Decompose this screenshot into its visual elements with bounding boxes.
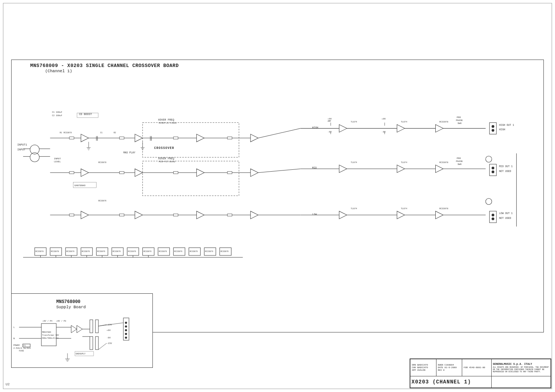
svg-text:RC33078: RC33078: [439, 207, 448, 210]
svg-text:+9V: +9V: [107, 329, 111, 332]
drn-label: DRN BADCCATO: [412, 364, 435, 366]
svg-text:R2: R2: [114, 132, 116, 134]
svg-text:TL074: TL074: [351, 207, 357, 210]
svg-rect-147: [227, 172, 232, 174]
svg-text:RC33076: RC33076: [66, 251, 75, 253]
svg-rect-59: [143, 161, 239, 196]
svg-text:TL074: TL074: [351, 161, 357, 164]
svg-rect-77: [489, 122, 496, 134]
svg-marker-15: [81, 169, 89, 176]
svg-text:PHASE: PHASE: [456, 160, 463, 163]
svg-text:RC33076: RC33076: [97, 251, 105, 253]
svg-text:TL074: TL074: [401, 161, 407, 164]
svg-text:POWER: POWER: [13, 344, 20, 347]
svg-marker-18: [250, 169, 258, 176]
svg-point-88: [492, 214, 494, 216]
svg-point-89: [492, 218, 494, 220]
svg-point-84: [492, 171, 494, 173]
svg-text:TL074: TL074: [351, 121, 357, 123]
svg-text:RC33076: RC33076: [205, 251, 213, 253]
fon-label: FOR 4540-6001-00: [464, 366, 490, 369]
svg-marker-12: [339, 125, 347, 133]
svg-text:Transformer 90V: Transformer 90V: [42, 334, 59, 337]
svg-text:RC33076: RC33076: [82, 251, 90, 253]
svg-rect-140: [69, 137, 74, 139]
svg-rect-143: [227, 137, 232, 139]
svg-text:HIGH: HIGH: [499, 128, 505, 131]
svg-point-203: [125, 322, 127, 324]
svg-text:MID: MID: [312, 166, 317, 169]
rev-label: REV 0: [438, 369, 461, 372]
svg-text:HIGH OUT 1: HIGH OUT 1: [499, 124, 514, 127]
svg-marker-20: [397, 165, 405, 173]
svg-text:GNDSUPLY: GNDSUPLY: [76, 353, 86, 355]
svg-point-168: [486, 156, 492, 162]
svg-marker-28: [435, 211, 443, 219]
svg-text:RC33076: RC33076: [128, 251, 136, 253]
svg-marker-23: [135, 211, 143, 219]
svg-text:PHASE: PHASE: [456, 119, 463, 122]
svg-text:HIGH: HIGH: [312, 126, 318, 129]
chk-label: CHK BADCCATO: [412, 366, 435, 369]
svg-text:RC33076: RC33076: [190, 251, 198, 253]
svg-text:2-5VA/A 5A/9VA: 2-5VA/A 5A/9VA: [13, 347, 31, 350]
svg-text:RC33078: RC33078: [439, 161, 448, 164]
svg-text:XOVER FREQ: XOVER FREQ: [158, 157, 174, 160]
svg-text:L: L: [13, 326, 15, 329]
svg-text:RC33076: RC33076: [174, 251, 182, 253]
svg-text:-9V: -9V: [382, 131, 386, 133]
svg-text:CROSSOVER: CROSSOVER: [154, 146, 174, 150]
svg-point-206: [125, 333, 127, 335]
svg-rect-141: [120, 137, 124, 139]
svg-rect-146: [173, 172, 178, 174]
svg-marker-11: [250, 134, 258, 142]
svg-text:TL074: TL074: [401, 207, 407, 210]
supply-board-area: MNS768000 Supply Board MNS37806 Transfor…: [11, 293, 153, 368]
svg-point-79: [492, 129, 494, 131]
svg-text:MAS PLAY: MAS PLAY: [123, 151, 135, 154]
svg-text:RC33078: RC33078: [35, 251, 44, 253]
svg-text:MID OUT 1: MID OUT 1: [499, 165, 513, 168]
svg-marker-191: [77, 325, 82, 333]
svg-rect-150: [173, 214, 178, 216]
main-schematic-area: MNS768009 - X0203 SINGLE CHANNEL CROSSOV…: [11, 60, 544, 332]
svg-marker-10: [196, 134, 204, 142]
svg-text:R1: R1: [60, 132, 62, 134]
svg-marker-9: [135, 134, 143, 142]
svg-text:RC33076: RC33076: [98, 200, 107, 202]
svg-text:+9V / P4: +9V / P4: [42, 320, 53, 322]
svg-point-204: [125, 326, 127, 328]
svg-text:PRO: PRO: [457, 157, 461, 160]
svg-marker-13: [397, 125, 405, 133]
svg-text:N: N: [13, 337, 15, 340]
svg-line-42: [258, 169, 301, 172]
svg-text:NOT USED: NOT USED: [499, 170, 511, 173]
description: ALL RIGHTS ARE RESERVED. BY PURCHASE, TH…: [493, 366, 549, 373]
svg-text:RC33078: RC33078: [98, 162, 107, 164]
svg-text:LOW OUT 1: LOW OUT 1: [499, 212, 513, 215]
svg-marker-27: [397, 211, 405, 219]
corner-marker-bottom-left: U2: [6, 383, 10, 386]
svg-point-83: [492, 167, 494, 169]
svg-marker-21: [435, 165, 443, 173]
svg-text:CD BOOST: CD BOOST: [79, 113, 92, 116]
page: MNS768009 - X0203 SINGLE CHANNEL CROSSOV…: [0, 0, 555, 392]
svg-text:LOW: LOW: [312, 213, 317, 216]
svg-text:HIGH=+2/+3kHz: HIGH=+2/+3kHz: [159, 122, 177, 124]
svg-text:NOT USED: NOT USED: [499, 217, 511, 220]
svg-text:RC33078: RC33078: [51, 251, 59, 253]
title-block: DRN BADCCATO CHK BADCCATO APP AVALON DWG…: [410, 358, 551, 388]
svg-rect-194: [90, 337, 93, 350]
svg-text:C1 100uF: C1 100uF: [52, 111, 62, 114]
svg-text:C1: C1: [100, 132, 103, 134]
svg-text:-9V: -9V: [328, 131, 332, 133]
date-label: DATE 01-6-2000: [438, 366, 461, 369]
svg-point-205: [125, 329, 127, 331]
svg-marker-190: [71, 325, 77, 333]
svg-rect-151: [227, 214, 232, 216]
svg-rect-148: [69, 214, 74, 216]
svg-text:SW6: SW6: [457, 122, 461, 125]
svg-text:-9V: -9V: [107, 337, 111, 339]
svg-rect-142: [173, 137, 178, 139]
svg-rect-56: [143, 122, 239, 157]
